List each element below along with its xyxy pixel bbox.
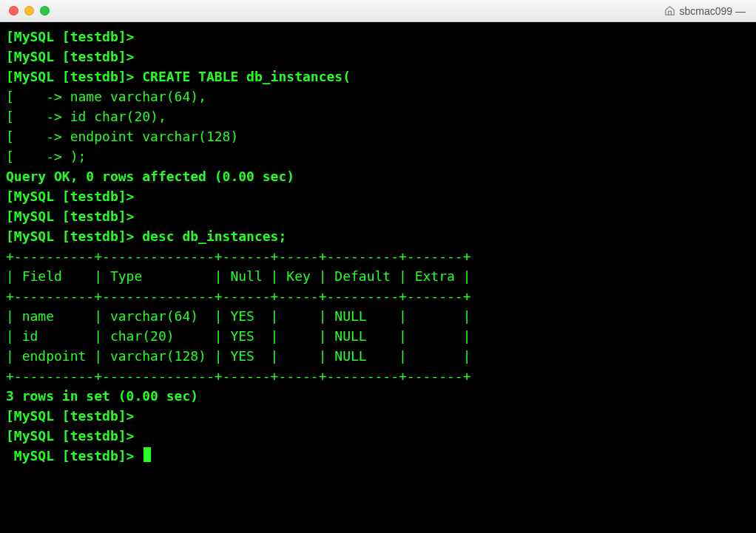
window-title: sbcmac099 — [664,5,746,17]
terminal-line: +----------+--------------+------+-----+… [6,246,750,266]
terminal-line: | Field | Type | Null | Key | Default | … [6,266,750,286]
close-icon[interactable] [9,6,18,16]
window-titlebar: sbcmac099 — [0,0,756,22]
terminal-line: [ -> id char(20), [6,106,750,126]
maximize-icon[interactable] [40,6,50,16]
terminal-line: +----------+--------------+------+-----+… [6,366,750,386]
terminal-line: | id | char(20) | YES | | NULL | | [6,326,750,346]
minimize-icon[interactable] [24,6,34,16]
terminal-output[interactable]: [MySQL [testdb]>[MySQL [testdb]>[MySQL [… [0,22,756,533]
window-title-text: sbcmac099 — [680,5,746,17]
terminal-line: Query OK, 0 rows affected (0.00 sec) [6,166,750,186]
terminal-line: [MySQL [testdb]> [6,186,750,206]
terminal-line: [ -> ); [6,146,750,166]
terminal-line: [MySQL [testdb]> desc db_instances; [6,226,750,246]
terminal-line: | name | varchar(64) | YES | | NULL | | [6,306,750,326]
terminal-line: 3 rows in set (0.00 sec) [6,386,750,406]
terminal-line: [MySQL [testdb]> [6,27,750,47]
terminal-line: [MySQL [testdb]> [6,426,750,446]
terminal-line: [MySQL [testdb]> [6,406,750,426]
terminal-line: MySQL [testdb]> [6,446,750,466]
terminal-line: [MySQL [testdb]> [6,47,750,67]
terminal-line: [ -> endpoint varchar(128) [6,126,750,146]
home-icon [664,5,675,16]
terminal-line: [MySQL [testdb]> CREATE TABLE db_instanc… [6,67,750,86]
terminal-line: | endpoint | varchar(128) | YES | | NULL… [6,346,750,366]
terminal-line: [ -> name varchar(64), [6,86,750,106]
terminal-line: +----------+--------------+------+-----+… [6,286,750,306]
traffic-lights [9,6,50,16]
cursor-icon [144,447,151,462]
terminal-line: [MySQL [testdb]> [6,206,750,226]
